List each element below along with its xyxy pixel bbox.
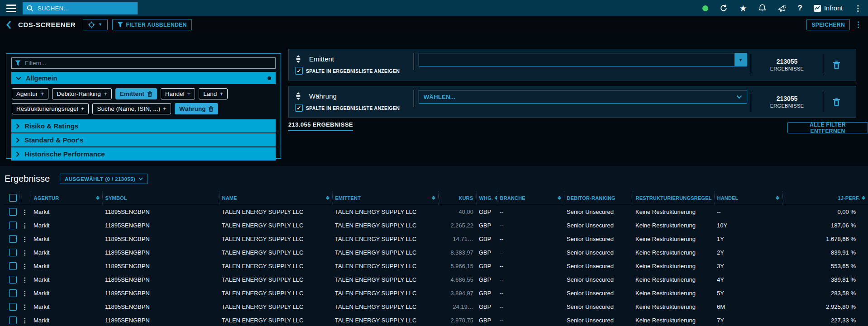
cell-emittent: TALEN ENERGY SUPPLY LLC [332, 287, 438, 300]
hamburger-menu-icon[interactable] [6, 5, 16, 12]
row-checkbox[interactable] [9, 249, 17, 256]
back-chevron-icon[interactable] [6, 20, 12, 29]
filter-chip-agentur[interactable]: Agentur+ [12, 88, 48, 99]
cell-restrukturierungsregel: Keine Restrukturierung [633, 205, 714, 219]
favorites-star-icon[interactable]: ★ [739, 4, 747, 13]
row-checkbox[interactable] [9, 317, 17, 324]
clear-all-filters-button[interactable]: ALLE FILTER ENTFERNEN [787, 122, 868, 133]
row-checkbox[interactable] [9, 235, 17, 243]
emittent-combo-input[interactable]: ▼ [419, 53, 747, 66]
selected-dropdown-button[interactable]: AUSGEWÄHLT (0 / 213055) [60, 174, 148, 184]
row-menu-icon[interactable]: ⋮ [22, 249, 28, 256]
row-checkbox[interactable] [9, 262, 17, 270]
sort-icon[interactable] [96, 196, 100, 200]
row-menu-icon[interactable]: ⋮ [22, 303, 28, 311]
search-input[interactable] [37, 5, 134, 12]
column-header-handel[interactable]: HANDEL [714, 191, 782, 205]
filter-name: Währung [309, 92, 337, 100]
refresh-icon[interactable] [720, 4, 728, 12]
topbar-more-icon[interactable]: ⋮ [854, 5, 862, 12]
filter-chip-debitor-ranking[interactable]: Debitor-Ranking+ [52, 88, 111, 99]
brand-name: Infront [824, 5, 843, 12]
cell-whg-: GBP [476, 287, 497, 300]
results-title: Ergebnisse [5, 174, 50, 184]
row-menu-icon[interactable]: ⋮ [22, 236, 28, 243]
chevron-down-icon: ▼ [98, 23, 102, 27]
crosshair-icon [88, 21, 95, 28]
sort-icon[interactable] [558, 196, 561, 200]
cell-1j-perf-: 389,81 % [782, 273, 868, 287]
filter-chip-land[interactable]: Land+ [199, 88, 228, 99]
row-checkbox[interactable] [9, 276, 17, 283]
section-risiko-ratings[interactable]: Risiko & Ratings [11, 119, 276, 132]
drag-handle-icon[interactable] [295, 55, 301, 63]
section-historische-performance[interactable]: Historische Performance [11, 147, 276, 161]
sort-icon[interactable] [862, 196, 865, 200]
row-checkbox[interactable] [9, 289, 17, 297]
cell-emittent: TALEN ENERGY SUPPLY LLC [332, 219, 438, 232]
filter-chip-emittent[interactable]: Emittent [115, 88, 157, 99]
select-placeholder: WÄHLEN... [424, 94, 456, 100]
row-menu-icon[interactable]: ⋮ [22, 290, 28, 297]
waehrung-select[interactable]: WÄHLEN... [419, 90, 747, 104]
filter-toggle-button[interactable]: FILTER AUSBLENDEN [112, 19, 192, 30]
column-label: SYMBOL [105, 195, 127, 201]
remove-filter-trash-icon[interactable] [823, 98, 849, 106]
remove-filter-trash-icon[interactable] [823, 61, 849, 69]
row-menu-icon[interactable]: ⋮ [22, 222, 28, 229]
cell-agentur: Markit [31, 287, 102, 300]
row-menu-icon[interactable]: ⋮ [22, 208, 28, 216]
sort-icon[interactable] [495, 196, 497, 200]
screener-toolbar: CDS-SCREENER ▼ FILTER AUSBLENDEN SPEICHE… [0, 16, 868, 33]
target-dropdown-button[interactable]: ▼ [83, 19, 107, 30]
help-icon[interactable]: ? [798, 4, 802, 13]
table-row: ⋮Markit11895SENGBPNTALEN ENERGY SUPPLY L… [4, 273, 868, 287]
cell-handel: 3Y [714, 260, 782, 273]
toolbar-more-icon[interactable]: ⋮ [854, 20, 862, 29]
cell-symbol: 11895SENGBPN [102, 314, 219, 326]
total-results-link[interactable]: 213.055 ERGEBNISSE [288, 121, 353, 131]
section-standard-poors[interactable]: Standard & Poor's [11, 133, 276, 146]
cell-symbol: 11895SENGBPN [102, 232, 219, 246]
filter-search-input[interactable] [24, 59, 272, 67]
cell-name: TALEN ENERGY SUPPLY LLC [219, 205, 332, 219]
notifications-bell-icon[interactable] [758, 4, 766, 12]
combo-dropdown-button[interactable]: ▼ [734, 53, 747, 66]
show-column-checkbox[interactable]: ✓ [295, 67, 303, 75]
row-menu-icon[interactable]: ⋮ [22, 317, 28, 324]
filter-chip-suche-name-isin-[interactable]: Suche (Name, ISIN, ...)+ [92, 103, 171, 114]
row-checkbox[interactable] [9, 208, 17, 216]
show-column-checkbox[interactable]: ✓ [295, 104, 303, 112]
filter-chip-restrukturierungsregel[interactable]: Restrukturierungsregel+ [12, 103, 89, 114]
column-header-branche[interactable]: BRANCHE [497, 191, 564, 205]
column-header-whg-[interactable]: WHG. [476, 191, 497, 205]
sort-icon[interactable] [326, 196, 329, 200]
chip-label: Emittent [120, 90, 144, 97]
filter-chip-währung[interactable]: Währung [175, 103, 219, 114]
sort-icon[interactable] [776, 196, 779, 200]
column-header-agentur[interactable]: AGENTUR [31, 191, 102, 205]
row-menu-icon[interactable]: ⋮ [22, 276, 28, 283]
section-allgemein[interactable]: Allgemein [11, 72, 276, 84]
chip-label: Land [203, 90, 217, 97]
row-menu-icon[interactable]: ⋮ [22, 263, 28, 270]
announcements-megaphone-icon[interactable] [777, 5, 787, 12]
filter-search[interactable] [11, 57, 276, 69]
cell-whg-: GBP [476, 260, 497, 273]
save-button[interactable]: SPEICHERN [806, 19, 850, 30]
column-header-1j-perf-[interactable]: 1J-PERF. [782, 191, 868, 205]
cell-symbol: 11895SENGBPN [102, 205, 219, 219]
drag-handle-icon[interactable] [295, 92, 301, 100]
global-search[interactable] [23, 2, 138, 14]
column-header-emittent[interactable]: EMITTENT [332, 191, 438, 205]
filter-chip-handel[interactable]: Handel+ [161, 88, 196, 99]
chevron-down-icon [138, 177, 143, 180]
sort-icon[interactable] [432, 196, 435, 200]
column-header-name[interactable]: NAME [219, 191, 332, 205]
select-all-checkbox[interactable] [9, 194, 17, 202]
row-checkbox[interactable] [9, 222, 17, 229]
row-checkbox[interactable] [9, 303, 17, 311]
cell-emittent: TALEN ENERGY SUPPLY LLC [332, 273, 438, 287]
section-label: Historische Performance [24, 150, 105, 158]
cell-branche: -- [497, 219, 564, 232]
